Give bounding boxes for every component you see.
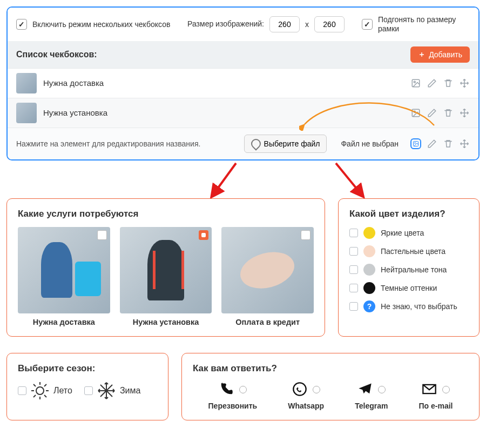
reply-option-email[interactable]: По e-mail — [418, 382, 453, 410]
reply-option-telegram[interactable]: Telegram — [355, 382, 388, 410]
color-checkbox[interactable] — [349, 302, 358, 311]
reply-option-call[interactable]: Перезвонить — [208, 382, 258, 410]
fit-frame-checkbox[interactable] — [362, 19, 373, 30]
services-grid: Нужна доставка Нужна установка Оплата в … — [18, 227, 314, 326]
move-icon[interactable] — [459, 138, 470, 149]
svg-point-1 — [414, 81, 415, 83]
service-card[interactable]: Нужна установка — [120, 227, 212, 326]
image-icon[interactable] — [410, 108, 421, 118]
enable-multi-checkbox[interactable] — [16, 19, 27, 30]
choose-file-label: Выберите файл — [264, 139, 320, 148]
season-summer-label: Лето — [53, 386, 72, 396]
move-icon[interactable] — [459, 78, 470, 89]
colors-panel: Какой цвет изделия? Яркие цвета Пастельн… — [338, 198, 480, 337]
row-actions — [410, 78, 470, 89]
image-height-input[interactable] — [314, 16, 345, 32]
color-checkbox[interactable] — [349, 247, 358, 256]
color-option[interactable]: Яркие цвета — [349, 227, 468, 239]
help-icon: ? — [363, 300, 375, 312]
trash-icon[interactable] — [443, 138, 454, 149]
settings-panel: Включить режим нескольких чекбоксов Разм… — [6, 6, 480, 161]
color-option[interactable]: Нейтральные тона — [349, 264, 468, 276]
svg-line-11 — [33, 384, 36, 386]
service-image — [120, 227, 212, 313]
season-option-summer[interactable]: Лето — [18, 382, 72, 400]
image-size-label: Размер изображений: — [187, 19, 264, 29]
svg-point-5 — [415, 142, 416, 143]
service-card[interactable]: Нужна доставка — [18, 227, 110, 326]
diagram-arrows — [6, 161, 480, 198]
color-option[interactable]: Темные оттенки — [349, 282, 468, 294]
color-swatch-icon — [363, 245, 375, 257]
results-row: Какие услуги потребуются Нужна доставка … — [6, 198, 480, 337]
color-option[interactable]: Пастельные цвета — [349, 245, 468, 257]
snowflake-icon — [97, 382, 116, 400]
color-checkbox[interactable] — [349, 284, 358, 292]
row-thumbnail — [16, 73, 37, 93]
reply-label: По e-mail — [418, 402, 453, 410]
checkbox-row[interactable]: Нужна доставка — [8, 68, 478, 98]
season-checkbox[interactable] — [18, 386, 26, 395]
row-title[interactable]: Нужна доставка — [43, 78, 404, 88]
svg-line-14 — [33, 395, 36, 397]
color-label: Нейтральные тона — [381, 265, 447, 274]
season-options: Лето Зима — [18, 382, 157, 400]
reply-radio[interactable] — [313, 386, 320, 393]
color-swatch-icon — [363, 282, 375, 294]
color-label: Не знаю, что выбрать — [381, 302, 457, 311]
image-width-input[interactable] — [269, 16, 300, 32]
checkbox-row[interactable]: Нужна установка — [8, 98, 478, 128]
move-icon[interactable] — [459, 108, 470, 118]
add-checkbox-button[interactable]: Добавить — [410, 46, 470, 63]
fit-frame-label: Подгонять по размеру рамки — [378, 15, 470, 34]
telegram-icon — [357, 382, 373, 398]
color-label: Яркие цвета — [381, 229, 424, 237]
season-checkbox[interactable] — [84, 386, 93, 395]
service-checkbox[interactable] — [199, 230, 208, 240]
settings-top-row: Включить режим нескольких чекбоксов Разм… — [8, 8, 478, 41]
color-list: Яркие цвета Пастельные цвета Нейтральные… — [349, 227, 468, 312]
trash-icon[interactable] — [443, 108, 454, 118]
enable-multi-checkbox-wrap[interactable]: Включить режим нескольких чекбоксов — [16, 19, 170, 30]
checkbox-row-editing[interactable]: Нажмите на элемент для редактирования на… — [8, 128, 478, 159]
color-checkbox[interactable] — [349, 265, 358, 274]
size-x-separator: x — [305, 20, 309, 29]
pencil-icon[interactable] — [427, 108, 437, 118]
color-label: Темные оттенки — [381, 284, 437, 292]
reply-panel: Как вам ответить? Перезвонить Whatsapp — [181, 353, 480, 420]
service-caption: Нужна доставка — [18, 318, 110, 326]
image-icon[interactable] — [410, 78, 421, 89]
enable-multi-label: Включить режим нескольких чекбоксов — [32, 20, 170, 29]
season-option-winter[interactable]: Зима — [84, 382, 141, 400]
svg-line-13 — [44, 384, 46, 386]
pencil-icon[interactable] — [427, 78, 437, 89]
service-card[interactable]: Оплата в кредит — [221, 227, 314, 326]
reply-radio[interactable] — [239, 386, 247, 393]
svg-point-19 — [293, 383, 306, 395]
bottom-row: Выберите сезон: Лето Зима Как вам ответи… — [6, 353, 480, 420]
colors-title: Какой цвет изделия? — [349, 209, 468, 219]
service-image — [18, 227, 110, 313]
reply-radio[interactable] — [378, 386, 386, 393]
service-checkbox[interactable] — [301, 230, 310, 240]
svg-line-12 — [44, 395, 46, 397]
color-swatch-icon — [363, 227, 375, 239]
service-checkbox[interactable] — [97, 230, 107, 240]
image-icon[interactable] — [410, 138, 421, 149]
add-checkbox-label: Добавить — [429, 50, 462, 59]
choose-file-button[interactable]: Выберите файл — [244, 135, 327, 153]
row-title[interactable]: Нужна установка — [43, 108, 404, 117]
color-checkbox[interactable] — [349, 229, 358, 237]
pencil-icon[interactable] — [427, 138, 437, 149]
fit-frame-wrap[interactable]: Подгонять по размеру рамки — [362, 15, 470, 34]
trash-icon[interactable] — [443, 78, 454, 89]
reply-radio[interactable] — [442, 386, 450, 393]
red-arrow-right-icon — [330, 161, 368, 198]
color-swatch-icon — [363, 264, 375, 276]
color-option[interactable]: ? Не знаю, что выбрать — [349, 300, 468, 312]
email-icon — [422, 382, 437, 398]
reply-option-whatsapp[interactable]: Whatsapp — [288, 382, 324, 410]
phone-icon — [219, 382, 234, 398]
svg-point-3 — [414, 111, 415, 112]
image-size-group: Размер изображений: x — [187, 16, 345, 32]
